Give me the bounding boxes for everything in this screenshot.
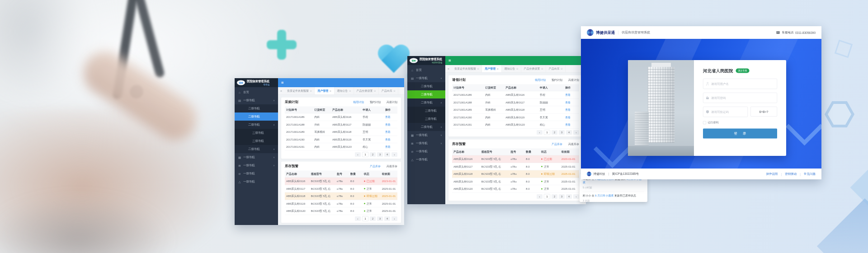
username-field[interactable]: 请填写用户名 — [703, 79, 777, 89]
key-driver-link[interactable]: 密钥驱动 — [785, 172, 797, 176]
tab[interactable]: 资质证件效期预警 ⊙ — [452, 65, 482, 72]
page-button[interactable]: › — [392, 216, 397, 221]
tab[interactable]: 通知公告 ⊙ — [334, 87, 354, 94]
page-button[interactable]: › — [573, 130, 579, 135]
page-button[interactable]: › — [573, 194, 579, 199]
sidebar-item[interactable]: 三级导航 — [407, 115, 445, 123]
sidebar-item[interactable]: 二级导航 — [407, 90, 445, 98]
tab-close-icon[interactable]: ⊙ — [374, 89, 376, 92]
page-button[interactable]: 4 — [384, 216, 390, 221]
stock-type-link[interactable]: 高值库存 — [387, 164, 397, 168]
collapse-tabs-icon[interactable]: « — [278, 89, 284, 93]
captcha-question[interactable]: 6+8=? — [750, 107, 777, 117]
page-button[interactable]: 3 — [559, 194, 565, 199]
sidebar-item[interactable]: 三级导航 — [235, 137, 278, 145]
captcha-field[interactable]: 请填写验证码 — [703, 107, 748, 117]
view-link[interactable]: 查看 — [385, 138, 391, 141]
tab-close-icon[interactable]: ⊙ — [310, 89, 312, 92]
view-link[interactable]: 查看 — [565, 123, 571, 126]
project-link[interactable]: 5 月日常小需求 — [595, 194, 613, 197]
tab[interactable]: 产品出库 ⊙ — [546, 65, 566, 72]
sidebar-item[interactable]: 二级导航 ∨ — [407, 123, 445, 131]
sidebar-item[interactable]: ⌂ 首页 — [407, 66, 445, 74]
tab[interactable]: 通知公告 ⊙ — [501, 65, 521, 72]
view-link[interactable]: 查看 — [565, 93, 571, 96]
collapse-tabs-icon[interactable]: « — [445, 67, 452, 70]
page-button[interactable]: 3 — [559, 130, 565, 135]
page-button[interactable]: 1 — [362, 216, 368, 221]
plan-type-link[interactable]: 领用计划 — [353, 100, 364, 104]
hamburger-menu-icon[interactable]: ≡ — [448, 58, 451, 63]
page-button[interactable]: 3 — [377, 216, 383, 221]
page-button[interactable]: 1 — [544, 194, 550, 199]
sidebar-item[interactable]: ⊞ 一级导航 ∨ — [407, 139, 445, 147]
sidebar-item[interactable]: ⊘ 一级导航 — [235, 169, 278, 178]
stock-type-link[interactable]: 产品库存 — [552, 142, 562, 146]
plan-type-link[interactable]: 预约计划 — [552, 78, 562, 82]
page-button[interactable]: 3 — [377, 152, 383, 157]
sidebar-item[interactable]: △ 一级导航 — [407, 155, 445, 164]
page-button[interactable]: 2 — [552, 130, 557, 135]
plan-type-link[interactable]: 领用计划 — [535, 78, 546, 82]
sidebar-item[interactable]: 二级导航 — [235, 112, 278, 121]
tab-close-icon[interactable]: ⊙ — [561, 67, 562, 70]
sidebar-item[interactable]: ⊘ 一级导航 — [407, 147, 445, 155]
page-button[interactable]: ‹ — [355, 216, 361, 221]
tab-close-icon[interactable]: ⊙ — [330, 89, 331, 92]
tab-close-icon[interactable]: ⊙ — [349, 89, 351, 92]
page-button[interactable]: ‹ — [355, 152, 361, 157]
sidebar-item[interactable]: 二级导航 ∧ — [407, 98, 445, 107]
remember-checkbox[interactable] — [703, 121, 706, 124]
tab-close-icon[interactable]: ⊙ — [516, 67, 518, 70]
tab-close-icon[interactable]: ⊙ — [477, 67, 479, 70]
sidebar-item[interactable]: ⊞ 一级导航 ∨ — [235, 161, 278, 169]
password-field[interactable]: 请填写密码 — [703, 93, 777, 103]
view-link[interactable]: 查看 — [385, 115, 391, 118]
tab[interactable]: 用户管理 ⊙ — [315, 87, 334, 94]
sidebar-item[interactable]: 二级导航 — [407, 82, 445, 90]
view-link[interactable]: 查看 — [565, 116, 571, 119]
page-button[interactable]: 2 — [552, 194, 557, 199]
plan-type-link[interactable]: 高值计划 — [568, 78, 579, 82]
page-button[interactable]: 1 — [362, 152, 368, 157]
page-button[interactable]: 4 — [566, 194, 572, 199]
sidebar-item[interactable]: 二级导航 ∨ — [235, 145, 278, 153]
sidebar-item[interactable]: 二级导航 — [235, 104, 278, 112]
sidebar-item[interactable]: ▦ 一级导航 ∨ — [407, 131, 445, 139]
faq-link[interactable]: 常见问题 — [804, 172, 816, 176]
sidebar-item[interactable]: ▤ 一级导航 ∧ — [407, 74, 445, 82]
view-link[interactable]: 查看 — [385, 130, 391, 133]
hamburger-menu-icon[interactable]: ≡ — [281, 80, 284, 85]
tab-close-icon[interactable]: ⊙ — [541, 67, 543, 70]
help-link[interactable]: 操作说明 — [766, 172, 778, 176]
sidebar-item[interactable]: 三级导航 — [407, 107, 445, 115]
sidebar-item[interactable]: ⌂ 首页 — [235, 88, 278, 96]
page-button[interactable]: 2 — [370, 152, 376, 157]
sidebar-item[interactable]: △ 一级导航 — [235, 178, 278, 186]
sidebar-item[interactable]: ▦ 一级导航 ∨ — [235, 153, 278, 161]
page-button[interactable]: 1 — [544, 130, 550, 135]
view-link[interactable]: 查看 — [565, 101, 571, 104]
sidebar-item[interactable]: 三级导航 — [235, 129, 278, 137]
tab[interactable]: 资质证件效期预警 ⊙ — [284, 87, 315, 94]
tab[interactable]: 用户管理 ⊙ — [482, 65, 501, 72]
page-button[interactable]: ‹ — [537, 130, 542, 135]
tab[interactable]: 产品分类设置 ⊙ — [521, 65, 546, 72]
tab-close-icon[interactable]: ⊙ — [393, 89, 395, 92]
login-button[interactable]: 登 录 — [703, 129, 777, 139]
stock-type-link[interactable]: 产品库存 — [370, 164, 381, 168]
sidebar-item[interactable]: ▤ 一级导航 ∧ — [235, 96, 278, 104]
page-button[interactable]: 4 — [384, 152, 390, 157]
sidebar-item[interactable]: 二级导航 ∧ — [235, 121, 278, 129]
page-button[interactable]: 2 — [370, 216, 376, 221]
page-button[interactable]: › — [392, 152, 397, 157]
tab[interactable]: 产品出库 ⊙ — [379, 87, 398, 94]
plan-type-link[interactable]: 高值计划 — [387, 100, 397, 104]
view-link[interactable]: 查看 — [385, 123, 391, 126]
view-link[interactable]: 查看 — [565, 108, 571, 111]
tab[interactable]: 产品分类设置 ⊙ — [354, 87, 379, 94]
view-link[interactable]: 查看 — [385, 145, 391, 148]
plan-type-link[interactable]: 预约计划 — [370, 100, 381, 104]
stock-type-link[interactable]: 高值库存 — [568, 142, 579, 146]
page-button[interactable]: ‹ — [537, 194, 542, 199]
